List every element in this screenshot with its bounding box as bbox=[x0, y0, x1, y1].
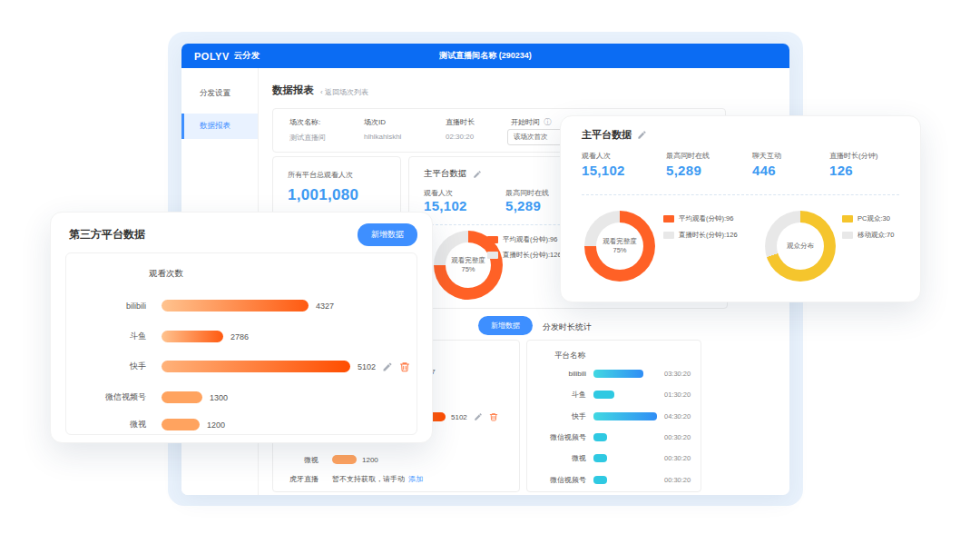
bar-row: 斗鱼 01:30:20 bbox=[527, 388, 701, 401]
session-duration: 直播时长 02:30:20 bbox=[446, 109, 475, 152]
legend-item: 平均观看(分钟):96 bbox=[663, 214, 733, 223]
bar bbox=[162, 361, 350, 372]
bar bbox=[162, 300, 309, 312]
bar-row: 微视 00:30:20 bbox=[527, 451, 701, 464]
stat-label: 最高同时在线 bbox=[505, 188, 549, 198]
app-header: 测试直播间名称 (290234) POLYV 云分发 bbox=[181, 44, 789, 68]
stat-label: 观看人次 bbox=[424, 188, 467, 198]
sidebar-item-distribution-settings[interactable]: 分发设置 bbox=[181, 81, 258, 106]
add-data-button[interactable]: 新增数据 bbox=[358, 223, 417, 246]
edit-icon[interactable] bbox=[474, 412, 483, 421]
legend-item: 直播时长(分钟):126 bbox=[487, 251, 562, 260]
add-data-button[interactable]: 新增数据 bbox=[478, 316, 533, 335]
main-platform-title: 主平台数据 bbox=[582, 128, 632, 142]
edit-icon[interactable] bbox=[637, 130, 647, 140]
legend-item: 平均观看(分钟):96 bbox=[487, 235, 557, 244]
duration-panel: 平台名称 bilibili 03:30:20 斗鱼 01:30:20 快手 04… bbox=[526, 340, 701, 492]
main-platform-overlay-card: 主平台数据 观看人次 15,102 最高同时在线 5,289 聊天互动 446 … bbox=[560, 115, 921, 302]
divider bbox=[582, 194, 899, 195]
stat-label: 观看人次 bbox=[582, 151, 625, 161]
bar-row: 斗鱼 2786 bbox=[66, 330, 416, 343]
audience-donut: 观众分布 bbox=[765, 211, 836, 282]
bar-row: 微信视频号 00:30:20 bbox=[527, 430, 701, 443]
legend-item: 直播时长(分钟):126 bbox=[663, 231, 738, 240]
completion-donut: 观看完整度75% bbox=[584, 211, 655, 282]
bar bbox=[162, 331, 223, 342]
page-title: 数据报表 bbox=[272, 84, 314, 97]
bar bbox=[593, 476, 607, 484]
bar-row: 快手 04:30:20 bbox=[527, 410, 701, 422]
edit-icon[interactable] bbox=[382, 361, 393, 372]
bar-row: 微信视频号 1300 bbox=[66, 391, 416, 404]
stat-value: 126 bbox=[829, 163, 877, 178]
main-platform-title: 主平台数据 bbox=[424, 168, 467, 180]
bar bbox=[593, 370, 643, 378]
huya-note-row: 虎牙直播 暂不支持获取，请手动 添加 bbox=[289, 474, 519, 484]
bar bbox=[593, 454, 607, 462]
column-header: 观看次数 bbox=[149, 268, 183, 280]
add-manually-link[interactable]: 添加 bbox=[408, 474, 423, 484]
views-chart-panel: 观看次数 bilibili 4327 斗鱼 2786 快手 5102 微信视频号 bbox=[65, 252, 417, 435]
total-views-label: 所有平台总观看人次 bbox=[288, 170, 353, 180]
bar bbox=[162, 419, 200, 430]
edit-icon[interactable] bbox=[473, 170, 482, 179]
legend-item: 移动观众:70 bbox=[842, 231, 894, 240]
stat-label: 聊天互动 bbox=[752, 151, 781, 161]
bar-row: 快手 5102 bbox=[66, 360, 416, 373]
stat-value: 5,289 bbox=[666, 163, 710, 178]
bar bbox=[593, 412, 657, 420]
third-party-overlay-card: 第三方平台数据 新增数据 观看次数 bilibili 4327 斗鱼 2786 … bbox=[50, 212, 433, 443]
third-party-title: 第三方平台数据 bbox=[69, 227, 145, 242]
bar bbox=[162, 391, 202, 403]
stat-label: 直播时长(分钟) bbox=[829, 151, 877, 161]
bar bbox=[593, 391, 614, 399]
bar-row: 微视 1200 bbox=[66, 418, 416, 431]
info-icon[interactable]: ⓘ bbox=[544, 118, 551, 126]
column-header: 平台名称 bbox=[554, 351, 585, 361]
back-to-session-list-link[interactable]: ‹ 返回场次列表 bbox=[320, 87, 368, 97]
bar-row: bilibili 4327 bbox=[66, 299, 416, 312]
sidebar-item-data-report[interactable]: 数据报表 bbox=[181, 114, 258, 139]
stat-value: 446 bbox=[752, 163, 781, 178]
bar bbox=[593, 433, 607, 441]
session-name: 场次名称: 测试直播间 bbox=[289, 109, 326, 152]
total-views-value: 1,001,080 bbox=[288, 186, 358, 204]
stat-value: 15,102 bbox=[582, 163, 625, 178]
tab-duration-stats[interactable]: 分发时长统计 bbox=[543, 321, 592, 333]
delete-icon[interactable] bbox=[489, 412, 498, 421]
stat-value: 15,102 bbox=[424, 198, 467, 213]
session-id: 场次ID hlhlkahlskhl bbox=[364, 109, 401, 152]
bar-row: 微信视频号 00:30:20 bbox=[527, 473, 701, 486]
stat-label: 最高同时在线 bbox=[666, 151, 710, 161]
delete-icon[interactable] bbox=[399, 361, 410, 372]
bar-row: 微视 1200 bbox=[273, 453, 519, 466]
bar bbox=[332, 455, 357, 464]
legend-item: PC观众:30 bbox=[842, 214, 890, 223]
room-title: 测试直播间名称 (290234) bbox=[181, 50, 789, 62]
bar-row: bilibili 03:30:20 bbox=[527, 367, 701, 380]
stat-value: 5,289 bbox=[505, 198, 549, 213]
